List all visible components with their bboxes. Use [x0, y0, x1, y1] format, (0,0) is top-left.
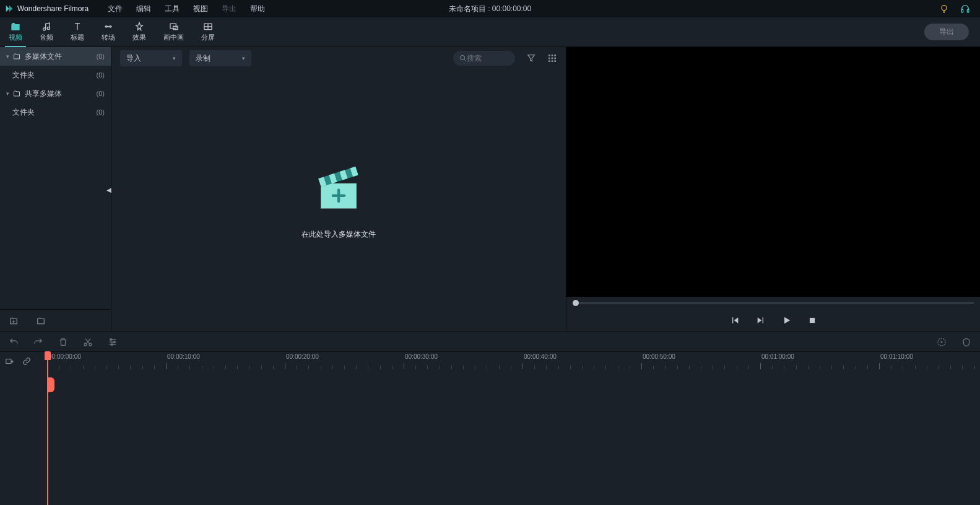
tab-pip[interactable]: 画中画	[155, 17, 193, 47]
folder-icon[interactable]	[36, 317, 46, 325]
stop-button[interactable]	[808, 316, 817, 325]
svg-rect-16	[552, 60, 553, 62]
svg-rect-10	[552, 55, 553, 56]
grid-view-icon[interactable]	[547, 53, 557, 63]
chevron-down-icon: ▾	[173, 55, 176, 61]
main-tabs: 视频 音频 标题 转场 效果 画中画 分屏 导出	[0, 17, 980, 47]
search-input[interactable]	[453, 51, 515, 66]
search-icon	[459, 55, 467, 62]
tab-audio[interactable]: 音频	[31, 17, 62, 47]
menu-view[interactable]: 视图	[186, 0, 215, 17]
tab-splitscreen[interactable]: 分屏	[193, 17, 223, 47]
svg-rect-9	[549, 55, 550, 56]
timeline-ruler[interactable]: 00:00:00:0000:00:10:0000:00:20:0000:00:3…	[0, 351, 980, 370]
prev-frame-button[interactable]	[730, 315, 740, 325]
next-frame-button[interactable]	[756, 315, 766, 325]
scrub-handle[interactable]	[573, 300, 579, 306]
svg-rect-12	[549, 58, 550, 59]
search-field[interactable]	[467, 54, 504, 63]
svg-rect-17	[554, 60, 556, 62]
svg-rect-13	[552, 58, 553, 59]
preview-panel	[566, 47, 980, 332]
project-title: 未命名项目 : 00:00:00:00	[449, 4, 531, 14]
svg-rect-1	[961, 9, 963, 12]
svg-rect-31	[6, 359, 11, 363]
folder-icon	[12, 53, 21, 60]
sidebar-item-folder-2[interactable]: 文件夹 (0)	[0, 103, 111, 121]
app-name: Wondershare Filmora	[17, 4, 89, 13]
svg-point-27	[110, 338, 112, 340]
cut-button[interactable]	[83, 337, 93, 347]
lightbulb-icon[interactable]	[939, 4, 949, 14]
import-dropdown[interactable]: 导入 ▾	[120, 50, 182, 66]
import-hint-text: 在此处导入多媒体文件	[301, 229, 376, 240]
playhead[interactable]	[47, 351, 48, 505]
adjust-button[interactable]	[108, 337, 118, 347]
redo-button[interactable]	[33, 337, 43, 347]
svg-point-28	[113, 341, 115, 343]
svg-rect-11	[554, 55, 556, 56]
folder-icon	[12, 90, 21, 97]
menu-edit[interactable]: 编辑	[129, 0, 158, 17]
import-drop-zone[interactable]: 在此处导入多媒体文件	[111, 69, 566, 332]
svg-rect-24	[810, 318, 815, 323]
filter-icon[interactable]	[526, 53, 536, 63]
menu-help[interactable]: 帮助	[243, 0, 272, 17]
svg-point-0	[942, 6, 947, 11]
svg-point-29	[111, 343, 113, 345]
tab-effects[interactable]: 效果	[124, 17, 155, 47]
sidebar-item-shared-media[interactable]: ▾ 共享多媒体 (0)	[0, 84, 111, 103]
marker-button[interactable]	[961, 337, 971, 347]
preview-viewport[interactable]	[566, 47, 980, 297]
timeline-tracks[interactable]	[0, 370, 980, 505]
collapse-sidebar-icon[interactable]: ◀	[106, 186, 111, 193]
caret-down-icon: ▾	[6, 53, 12, 59]
delete-button[interactable]	[58, 337, 68, 347]
tab-transitions[interactable]: 转场	[93, 17, 124, 47]
tab-titles[interactable]: 标题	[62, 17, 93, 47]
link-icon[interactable]	[22, 357, 31, 366]
new-folder-icon[interactable]	[9, 317, 19, 325]
export-button[interactable]: 导出	[924, 24, 969, 40]
undo-button[interactable]	[9, 337, 19, 347]
tab-video[interactable]: 视频	[0, 17, 31, 47]
chevron-down-icon: ▾	[242, 55, 245, 61]
media-panel: 导入 ▾ 录制 ▾	[111, 47, 566, 332]
headphones-icon[interactable]	[960, 4, 970, 14]
svg-rect-15	[549, 60, 550, 62]
preview-scrubber[interactable]	[566, 297, 980, 309]
sidebar-item-folder-1[interactable]: 文件夹 (0)	[0, 66, 111, 84]
play-button[interactable]	[782, 315, 792, 325]
svg-point-8	[461, 56, 465, 60]
app-logo-icon	[5, 4, 14, 13]
caret-down-icon: ▾	[6, 90, 12, 97]
svg-rect-14	[554, 58, 556, 59]
svg-rect-2	[967, 9, 969, 12]
clapperboard-icon	[311, 161, 366, 217]
media-sidebar: ▾ 多媒体文件 (0) 文件夹 (0) ▾ 共享多媒体 (0) 文件夹 (0) …	[0, 47, 111, 332]
menu-export: 导出	[215, 0, 243, 17]
menu-tools[interactable]: 工具	[158, 0, 186, 17]
render-button[interactable]	[937, 337, 947, 347]
record-dropdown[interactable]: 录制 ▾	[189, 50, 251, 66]
timeline-toolbar	[0, 332, 980, 351]
sidebar-item-media-files[interactable]: ▾ 多媒体文件 (0)	[0, 47, 111, 66]
add-track-icon[interactable]	[5, 357, 14, 366]
menu-file[interactable]: 文件	[101, 0, 129, 17]
titlebar: Wondershare Filmora 文件 编辑 工具 视图 导出 帮助 未命…	[0, 0, 980, 17]
